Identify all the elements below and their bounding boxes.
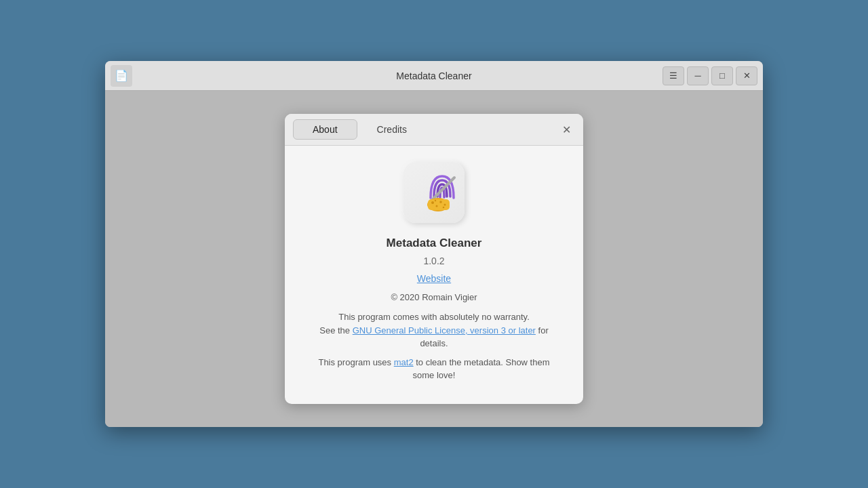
app-logo [403, 162, 465, 223]
about-dialog: About Credits ✕ [285, 114, 583, 404]
window-title: Metadata Cleaner [396, 70, 471, 81]
svg-rect-2 [428, 199, 450, 210]
app-version: 1.0.2 [423, 256, 444, 266]
license-line1: This program comes with absolutely no wa… [338, 312, 530, 322]
app-icon-titlebar: 📄 [111, 65, 132, 87]
svg-point-7 [435, 200, 436, 201]
title-bar: 📄 Metadata Cleaner ☰ ─ □ ✕ [105, 61, 763, 91]
license-prefix: See the [319, 325, 352, 336]
minimize-button[interactable]: ─ [687, 66, 709, 85]
dialog-body: Metadata Cleaner 1.0.2 Website © 2020 Ro… [285, 146, 583, 404]
app-window: 📄 Metadata Cleaner ☰ ─ □ ✕ About Credits… [105, 61, 763, 427]
dialog-tabs: About Credits [293, 119, 557, 140]
website-link[interactable]: Website [417, 273, 451, 284]
mat2-suffix: to clean the metadata. Show them some lo… [413, 357, 550, 381]
app-copyright: © 2020 Romain Vigier [391, 292, 477, 302]
license-text: This program comes with absolutely no wa… [307, 310, 561, 350]
dialog-close-button[interactable]: ✕ [557, 121, 575, 138]
svg-point-5 [439, 201, 442, 203]
maximize-button[interactable]: □ [711, 66, 733, 85]
tab-about[interactable]: About [293, 119, 357, 140]
dialog-header: About Credits ✕ [285, 114, 583, 146]
window-close-button[interactable]: ✕ [736, 66, 757, 85]
svg-point-6 [444, 204, 446, 206]
app-name: Metadata Cleaner [387, 237, 482, 250]
tab-credits[interactable]: Credits [357, 119, 427, 140]
svg-point-8 [443, 207, 445, 209]
svg-point-3 [431, 201, 434, 204]
gpl-link[interactable]: GNU General Public License, version 3 or… [353, 325, 536, 336]
menu-button[interactable]: ☰ [663, 66, 684, 85]
window-controls: ☰ ─ □ ✕ [663, 66, 757, 85]
window-content: About Credits ✕ [105, 91, 763, 427]
mat2-prefix: This program uses [318, 357, 393, 367]
mat2-link[interactable]: mat2 [394, 357, 414, 367]
mat2-text: This program uses mat2 to clean the meta… [307, 356, 561, 382]
document-icon: 📄 [115, 69, 128, 82]
svg-point-4 [436, 205, 438, 207]
